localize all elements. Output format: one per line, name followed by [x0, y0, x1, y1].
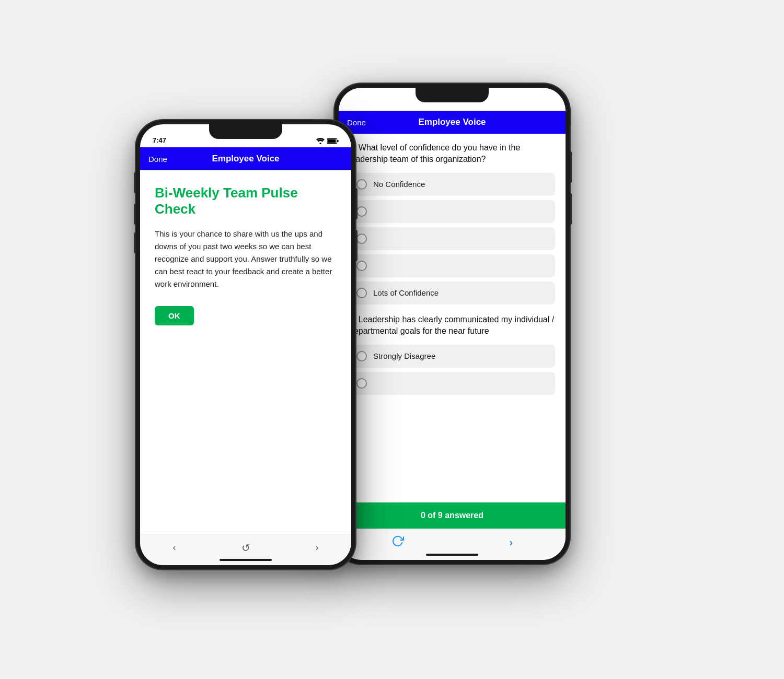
- phone-2-forward-button[interactable]: ›: [499, 532, 523, 553]
- phone-1-nav-title: Employee Voice: [212, 154, 279, 164]
- question-1-section: 1. What level of confidence do you have …: [349, 142, 555, 305]
- home-button[interactable]: ↺: [231, 537, 261, 558]
- wifi-icon: [531, 101, 539, 108]
- question-1-text: 1. What level of confidence do you have …: [349, 142, 555, 166]
- option-q1-3[interactable]: [349, 227, 555, 250]
- option-lots-of-confidence[interactable]: Lots of Confidence: [349, 282, 555, 305]
- phone-2-notch: [416, 88, 489, 102]
- welcome-title: Bi-Weekly Team Pulse Check: [155, 185, 337, 217]
- svg-rect-7: [328, 139, 336, 143]
- progress-text: 0 of 9 answered: [421, 511, 483, 520]
- phone-2-time: 7:47: [351, 100, 365, 108]
- option-no-confidence[interactable]: No Confidence: [349, 173, 555, 196]
- phone-2-screen-content: 1. What level of confidence do you have …: [339, 134, 566, 502]
- option-strongly-disagree[interactable]: Strongly Disagree: [349, 345, 555, 368]
- phone-2-nav-bar: Done Employee Voice: [339, 111, 566, 134]
- phone-2: 7:47 Don: [335, 84, 570, 564]
- phone-2-status-icons: [531, 101, 553, 108]
- scene: 7:47 Don: [105, 52, 679, 627]
- option-q1-4[interactable]: [349, 254, 555, 277]
- svg-point-0: [534, 106, 535, 108]
- refresh-icon: [391, 535, 404, 547]
- progress-bar: 0 of 9 answered: [339, 502, 566, 529]
- phone-1-done-button[interactable]: Done: [148, 155, 167, 163]
- phone-1-screen-content: Bi-Weekly Team Pulse Check This is your …: [140, 170, 351, 534]
- radio-circle: [356, 261, 367, 271]
- phone-2-inner: 7:47 Don: [339, 88, 566, 560]
- battery-icon: [327, 138, 339, 144]
- radio-circle: [356, 288, 367, 298]
- radio-circle: [356, 378, 367, 389]
- forward-button[interactable]: ›: [305, 538, 329, 557]
- survey-screen: 1. What level of confidence do you have …: [339, 134, 566, 502]
- option-q1-2[interactable]: [349, 200, 555, 223]
- phone-1-home-indicator: [220, 559, 272, 561]
- phone-1: 7:47 Done Employee Voi: [136, 120, 355, 569]
- wifi-icon: [316, 138, 325, 144]
- svg-rect-3: [542, 103, 550, 107]
- phone-1-inner: 7:47 Done Employee Voi: [140, 124, 351, 565]
- phone-1-status-icons: [316, 138, 339, 144]
- ok-button[interactable]: OK: [155, 306, 194, 325]
- radio-circle: [356, 233, 367, 244]
- question-2-text: 2. Leadership has clearly communicated m…: [349, 314, 555, 337]
- option-q2-2[interactable]: [349, 372, 555, 395]
- back-button[interactable]: ‹: [163, 538, 187, 557]
- svg-rect-2: [551, 103, 553, 106]
- radio-circle: [356, 351, 367, 361]
- welcome-body: This is your chance to share with us the…: [155, 228, 337, 290]
- option-strongly-disagree-label: Strongly Disagree: [373, 352, 435, 360]
- refresh-button[interactable]: [381, 531, 414, 555]
- welcome-screen: Bi-Weekly Team Pulse Check This is your …: [140, 170, 351, 340]
- phone-2-nav-title: Employee Voice: [418, 117, 486, 127]
- phone-1-notch: [209, 124, 282, 139]
- phone-1-nav-bar: Done Employee Voice: [140, 147, 351, 170]
- phone-1-time: 7:47: [153, 136, 166, 144]
- radio-circle: [356, 206, 367, 217]
- question-2-section: 2. Leadership has clearly communicated m…: [349, 314, 555, 395]
- option-lots-of-confidence-label: Lots of Confidence: [373, 288, 439, 297]
- phone-2-home-indicator: [426, 554, 478, 556]
- option-no-confidence-label: No Confidence: [373, 180, 425, 189]
- radio-circle: [356, 179, 367, 190]
- battery-icon: [541, 101, 553, 108]
- svg-rect-6: [337, 140, 339, 142]
- svg-point-4: [319, 143, 321, 144]
